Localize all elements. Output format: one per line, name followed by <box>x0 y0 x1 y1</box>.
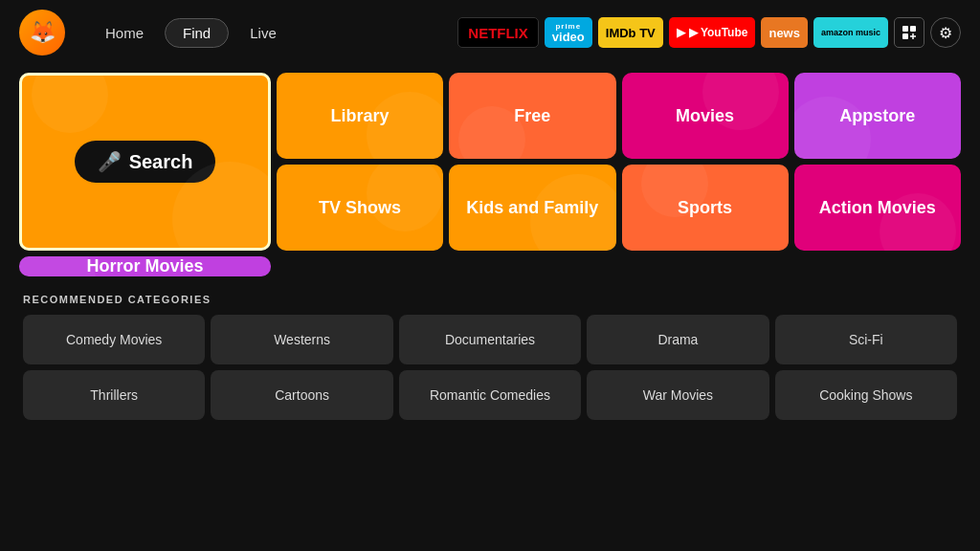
amazon-music-button[interactable]: amazon music <box>813 17 888 48</box>
rec-cooking-shows[interactable]: Cooking Shows <box>775 370 957 420</box>
main-content: 🎤 Search Library Free Movies Appstore T <box>0 65 980 420</box>
imdb-button[interactable]: IMDb TV <box>598 17 663 48</box>
rec-drama[interactable]: Drama <box>587 315 768 364</box>
recommended-title: RECOMMENDED CATEGORIES <box>23 294 957 305</box>
action-movies-cell[interactable]: Action Movies <box>794 165 961 251</box>
rec-comedy-movies[interactable]: Comedy Movies <box>23 315 205 364</box>
appstore-cell[interactable]: Appstore <box>794 73 961 159</box>
netflix-button[interactable]: NETFLIX <box>457 17 539 48</box>
logo[interactable]: 🦊 <box>19 10 65 55</box>
horror-movies-label: Horror Movies <box>86 256 203 276</box>
nav-links: Home Find Live <box>88 18 294 48</box>
mic-icon: 🎤 <box>98 150 122 173</box>
kids-cell[interactable]: Kids and Family <box>449 165 615 251</box>
action-movies-label: Action Movies <box>819 198 936 218</box>
nav-live[interactable]: Live <box>233 19 294 47</box>
free-label: Free <box>514 106 550 126</box>
rec-thrillers[interactable]: Thrillers <box>23 370 205 420</box>
svg-rect-0 <box>902 26 908 32</box>
recommended-section: RECOMMENDED CATEGORIES Comedy Movies Wes… <box>19 294 961 420</box>
rec-scifi[interactable]: Sci-Fi <box>775 315 957 364</box>
horror-movies-cell[interactable]: Horror Movies <box>19 256 271 276</box>
nav-home[interactable]: Home <box>88 19 161 47</box>
search-label: Search <box>129 151 193 173</box>
svg-rect-1 <box>910 26 916 32</box>
news-button[interactable]: news <box>761 17 808 48</box>
category-grid: 🎤 Search Library Free Movies Appstore T <box>19 73 961 276</box>
rec-romantic-comedies[interactable]: Romantic Comedies <box>399 370 581 420</box>
kids-label: Kids and Family <box>466 198 598 218</box>
sports-cell[interactable]: Sports <box>622 165 789 251</box>
movies-cell[interactable]: Movies <box>622 73 789 159</box>
service-icons: NETFLIX prime video IMDb TV ▶ ▶ YouTube … <box>457 17 961 48</box>
library-label: Library <box>331 106 390 126</box>
tvshows-label: TV Shows <box>319 198 401 218</box>
appstore-label: Appstore <box>839 106 915 126</box>
tvshows-cell[interactable]: TV Shows <box>277 165 443 251</box>
prime-video-button[interactable]: prime video <box>545 17 592 48</box>
search-button[interactable]: 🎤 Search <box>75 141 216 183</box>
header: 🦊 Home Find Live NETFLIX prime video IMD… <box>0 0 980 65</box>
app-logo: 🦊 <box>19 10 65 55</box>
rec-war-movies[interactable]: War Movies <box>587 370 768 420</box>
svg-rect-2 <box>902 33 908 39</box>
settings-button[interactable]: ⚙ <box>930 17 961 48</box>
gear-icon: ⚙ <box>939 24 952 42</box>
sports-label: Sports <box>678 198 732 218</box>
rec-cartoons[interactable]: Cartoons <box>211 370 392 420</box>
rec-documentaries[interactable]: Documentaries <box>399 315 581 364</box>
recommended-grid: Comedy Movies Westerns Documentaries Dra… <box>23 315 957 420</box>
search-cell[interactable]: 🎤 Search <box>19 73 271 251</box>
free-cell[interactable]: Free <box>449 73 615 159</box>
movies-label: Movies <box>676 106 734 126</box>
youtube-button[interactable]: ▶ ▶ YouTube <box>669 17 756 48</box>
apps-grid-button[interactable] <box>894 17 924 48</box>
nav-find[interactable]: Find <box>165 18 229 48</box>
rec-westerns[interactable]: Westerns <box>211 315 392 364</box>
library-cell[interactable]: Library <box>277 73 443 159</box>
